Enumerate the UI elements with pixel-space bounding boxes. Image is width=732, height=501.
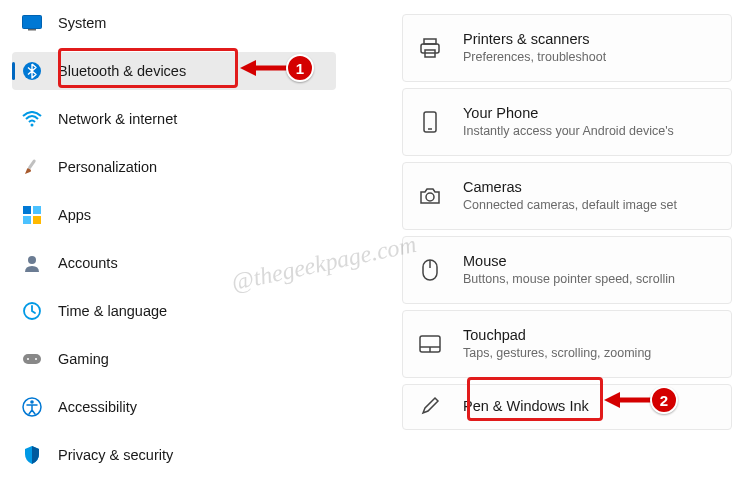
sidebar-item-gaming[interactable]: Gaming (12, 340, 336, 378)
card-subtitle: Instantly access your Android device's (463, 123, 674, 139)
card-title: Printers & scanners (463, 30, 606, 49)
sidebar-item-label: System (58, 15, 106, 31)
svg-point-12 (27, 358, 29, 360)
svg-rect-17 (421, 44, 439, 53)
sidebar-item-label: Accounts (58, 255, 118, 271)
sidebar-item-accessibility[interactable]: Accessibility (12, 388, 336, 426)
card-printers-scanners[interactable]: Printers & scanners Preferences, trouble… (402, 14, 732, 82)
bluetooth-icon (22, 61, 42, 81)
sidebar-item-personalization[interactable]: Personalization (12, 148, 336, 186)
card-title: Mouse (463, 252, 675, 271)
clock-globe-icon (22, 301, 42, 321)
sidebar-item-label: Time & language (58, 303, 167, 319)
sidebar-item-label: Gaming (58, 351, 109, 367)
svg-rect-11 (23, 354, 41, 364)
touchpad-icon (419, 333, 441, 355)
apps-icon (22, 205, 42, 225)
sidebar-item-label: Bluetooth & devices (58, 63, 186, 79)
sidebar-item-bluetooth-devices[interactable]: Bluetooth & devices (12, 52, 336, 90)
card-title: Cameras (463, 178, 677, 197)
svg-rect-7 (23, 216, 31, 224)
svg-rect-8 (33, 216, 41, 224)
card-subtitle: Taps, gestures, scrolling, zooming (463, 345, 651, 361)
sidebar-item-label: Network & internet (58, 111, 177, 127)
sidebar-item-label: Personalization (58, 159, 157, 175)
svg-rect-1 (28, 29, 36, 31)
printer-icon (419, 37, 441, 59)
sidebar-item-time-language[interactable]: Time & language (12, 292, 336, 330)
system-icon (22, 13, 42, 33)
pen-icon (419, 395, 441, 417)
svg-point-13 (35, 358, 37, 360)
wifi-icon (22, 109, 42, 129)
svg-rect-4 (27, 159, 36, 170)
card-title: Touchpad (463, 326, 651, 345)
card-title: Your Phone (463, 104, 674, 123)
camera-icon (419, 185, 441, 207)
person-icon (22, 253, 42, 273)
sidebar-item-network-internet[interactable]: Network & internet (12, 100, 336, 138)
phone-icon (419, 111, 441, 133)
card-cameras[interactable]: Cameras Connected cameras, default image… (402, 162, 732, 230)
card-pen-windows-ink[interactable]: Pen & Windows Ink (402, 384, 732, 430)
sidebar-item-label: Apps (58, 207, 91, 223)
gamepad-icon (22, 349, 42, 369)
card-mouse[interactable]: Mouse Buttons, mouse pointer speed, scro… (402, 236, 732, 304)
mouse-icon (419, 259, 441, 281)
svg-point-3 (31, 124, 34, 127)
sidebar-item-system[interactable]: System (12, 4, 336, 42)
shield-icon (22, 445, 42, 465)
sidebar-item-label: Privacy & security (58, 447, 173, 463)
sidebar: System Bluetooth & devices Network & int… (0, 0, 346, 501)
svg-point-15 (30, 400, 34, 404)
sidebar-item-privacy-security[interactable]: Privacy & security (12, 436, 336, 474)
sidebar-item-label: Accessibility (58, 399, 137, 415)
card-touchpad[interactable]: Touchpad Taps, gestures, scrolling, zoom… (402, 310, 732, 378)
svg-rect-6 (33, 206, 41, 214)
svg-rect-5 (23, 206, 31, 214)
card-your-phone[interactable]: Your Phone Instantly access your Android… (402, 88, 732, 156)
paintbrush-icon (22, 157, 42, 177)
card-subtitle: Connected cameras, default image set (463, 197, 677, 213)
card-subtitle: Buttons, mouse pointer speed, scrollin (463, 271, 675, 287)
sidebar-item-accounts[interactable]: Accounts (12, 244, 336, 282)
svg-rect-0 (23, 16, 42, 29)
accessibility-icon (22, 397, 42, 417)
svg-point-9 (28, 256, 36, 264)
card-title: Pen & Windows Ink (463, 397, 589, 416)
sidebar-item-apps[interactable]: Apps (12, 196, 336, 234)
main-content: Printers & scanners Preferences, trouble… (346, 0, 732, 501)
svg-point-21 (426, 193, 434, 201)
card-subtitle: Preferences, troubleshoot (463, 49, 606, 65)
